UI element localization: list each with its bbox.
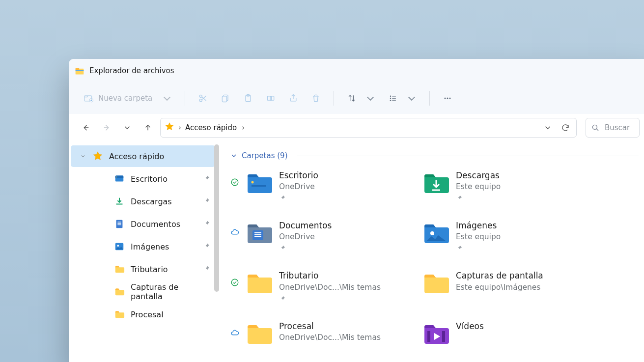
search-input[interactable]: Buscar: [586, 118, 640, 138]
svg-point-14: [390, 98, 392, 99]
address-bar[interactable]: › Acceso rápido ›: [160, 118, 577, 138]
sidebar-item-label: Documentos: [131, 220, 197, 229]
item-location: Este equipo\Imágenes: [456, 282, 543, 292]
new-folder-label: Nueva carpeta: [98, 94, 152, 103]
folder-icon: [114, 286, 125, 297]
scrollbar[interactable]: [214, 144, 219, 292]
sidebar-item-label: Descargas: [131, 197, 197, 206]
folder-item[interactable]: Capturas de pantallaEste equipo\Imágenes: [407, 270, 569, 304]
crumb-sep-icon: ›: [178, 123, 181, 132]
svg-point-19: [592, 125, 597, 129]
paste-button[interactable]: [238, 88, 258, 108]
folder-item[interactable]: EscritorioOneDrive: [230, 170, 392, 203]
download-green-icon: [114, 196, 125, 207]
new-folder-button[interactable]: Nueva carpeta: [79, 88, 177, 108]
sidebar-item-7[interactable]: Procesal: [71, 304, 215, 325]
pin-icon: [203, 265, 210, 274]
chevron-down-icon: [365, 93, 375, 103]
pin-icon: [279, 295, 381, 304]
view-button[interactable]: [383, 88, 421, 108]
copy-button[interactable]: [216, 88, 235, 108]
share-button[interactable]: [283, 88, 303, 108]
group-header[interactable]: Carpetas (9): [230, 151, 639, 160]
navbar: › Acceso rápido › Buscar: [69, 114, 644, 141]
folder-item[interactable]: DocumentosOneDrive: [230, 220, 392, 253]
forward-button[interactable]: [98, 119, 115, 136]
pin-icon: [456, 245, 501, 253]
cut-button[interactable]: [193, 88, 213, 108]
divider: [429, 91, 430, 106]
chevron-down-icon: [543, 123, 552, 132]
star-icon: [92, 151, 103, 162]
pin-icon: [279, 195, 318, 203]
delete-button[interactable]: [306, 88, 326, 108]
search-placeholder: Buscar: [605, 123, 630, 132]
divider: [185, 91, 185, 106]
more-button[interactable]: [438, 88, 457, 108]
folder-item[interactable]: TributarioOneDrive\Doc...\Mis temas: [230, 270, 392, 304]
divider: [297, 156, 639, 156]
item-name: Descargas: [456, 170, 501, 181]
item-name: Capturas de pantalla: [456, 270, 543, 281]
svg-point-16: [445, 98, 446, 99]
svg-point-28: [117, 245, 119, 247]
up-button[interactable]: [140, 119, 156, 136]
address-dropdown-button[interactable]: [541, 121, 555, 135]
sidebar-item-4[interactable]: Imágenes: [71, 236, 215, 257]
svg-rect-1: [76, 68, 80, 70]
svg-point-37: [231, 279, 238, 286]
desktop-icon: [114, 173, 125, 184]
sync-status-icon: [230, 170, 240, 187]
sidebar-item-6[interactable]: Capturas de pantalla: [71, 281, 215, 303]
folder-item[interactable]: ProcesalOneDrive\Doc...\Mis temas: [230, 321, 392, 347]
recent-locations-button[interactable]: [119, 119, 136, 136]
pin-icon: [203, 242, 210, 251]
refresh-button[interactable]: [559, 121, 572, 135]
app-icon: [75, 66, 84, 76]
pin-icon: [456, 195, 501, 203]
svg-point-18: [449, 98, 451, 99]
item-name: Tributario: [279, 270, 381, 281]
folder-item[interactable]: Vídeos: [407, 321, 569, 347]
share-icon: [288, 93, 298, 103]
sidebar-item-3[interactable]: Documentos: [71, 213, 215, 235]
sidebar-item-1[interactable]: Escritorio: [71, 168, 215, 190]
divider: [334, 91, 334, 106]
sidebar-item-0[interactable]: Acceso rápido: [71, 145, 215, 167]
images-big-icon: [422, 220, 450, 247]
new-folder-icon: [84, 93, 93, 103]
breadcrumb[interactable]: Acceso rápido ›: [185, 123, 245, 132]
sort-button[interactable]: [342, 88, 380, 108]
item-location: OneDrive\Doc...\Mis temas: [279, 333, 381, 342]
sidebar-item-label: Capturas de pantalla: [131, 282, 210, 301]
svg-rect-35: [254, 236, 261, 237]
doc-icon: [114, 219, 125, 229]
back-button[interactable]: [78, 119, 94, 136]
sidebar-item-2[interactable]: Descargas: [71, 191, 215, 212]
chevron-down-icon: [162, 93, 172, 103]
sidebar-item-label: Imágenes: [131, 242, 197, 251]
item-location: Este equipo: [456, 182, 501, 192]
download-big-icon: [422, 170, 450, 196]
folder-icon: [114, 264, 125, 275]
chevron-down-icon: [80, 153, 86, 159]
sidebar-item-5[interactable]: Tributario: [71, 258, 215, 280]
folder-item[interactable]: ImágenesEste equipo: [407, 220, 569, 253]
item-name: Vídeos: [456, 321, 484, 332]
chevron-down-icon: [123, 123, 132, 132]
svg-point-15: [390, 100, 392, 101]
folder-item[interactable]: DescargasEste equipo: [407, 170, 569, 203]
rename-button[interactable]: [261, 88, 280, 108]
svg-rect-26: [117, 224, 121, 225]
sync-status-icon: [230, 220, 240, 237]
sidebar: Acceso rápidoEscritorioDescargasDocument…: [69, 141, 220, 362]
videos-big-icon: [422, 321, 450, 347]
item-name: Escritorio: [279, 170, 318, 181]
pin-icon: [203, 220, 210, 229]
clipboard-icon: [243, 93, 253, 103]
chevron-down-icon: [407, 93, 417, 103]
sync-status-icon: [407, 220, 417, 228]
item-name: Documentos: [279, 220, 332, 231]
desktop-big-icon: [246, 170, 273, 196]
sidebar-item-label: Tributario: [131, 265, 197, 274]
